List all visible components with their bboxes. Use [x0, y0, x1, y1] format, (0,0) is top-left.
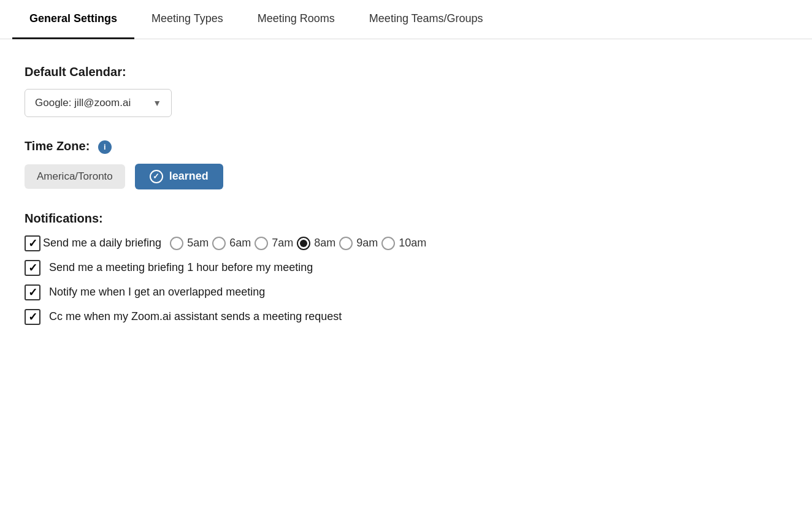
time-radio-group: 5am 6am 7am 8am 9am [170, 237, 426, 250]
radio-7am[interactable]: 7am [255, 237, 293, 250]
notifications-section: Notifications: Send me a daily briefing … [25, 212, 787, 325]
radio-8am[interactable]: 8am [297, 237, 335, 250]
tab-general-settings[interactable]: General Settings [12, 0, 134, 39]
notification-cc: Cc me when my Zoom.ai assistant sends a … [25, 309, 787, 325]
calendar-select[interactable]: Google: jill@zoom.ai ▼ [25, 89, 172, 117]
radio-circle-10am [381, 237, 395, 250]
timezone-section: Time Zone: i America/Toronto ✓ learned [25, 139, 787, 189]
calendar-selected-value: Google: jill@zoom.ai [35, 97, 131, 109]
timezone-title: Time Zone: i [25, 139, 787, 154]
info-icon: i [98, 140, 112, 154]
radio-5am[interactable]: 5am [170, 237, 209, 250]
radio-6am[interactable]: 6am [212, 237, 251, 250]
check-circle-icon: ✓ [150, 170, 163, 183]
main-content: Default Calendar: Google: jill@zoom.ai ▼… [0, 59, 812, 353]
radio-10am[interactable]: 10am [381, 237, 426, 250]
radio-circle-7am [255, 237, 268, 250]
cc-label: Cc me when my Zoom.ai assistant sends a … [49, 310, 342, 323]
tab-meeting-types[interactable]: Meeting Types [134, 0, 240, 39]
timezone-row: America/Toronto ✓ learned [25, 164, 787, 189]
checkbox-overlap[interactable] [25, 284, 40, 300]
meeting-briefing-label: Send me a meeting briefing 1 hour before… [49, 261, 313, 274]
notification-overlap: Notify me when I get an overlapped meeti… [25, 284, 787, 300]
notification-meeting-briefing: Send me a meeting briefing 1 hour before… [25, 260, 787, 276]
notifications-title: Notifications: [25, 212, 787, 226]
notification-daily-briefing: Send me a daily briefing 5am 6am 7am 8am [25, 235, 787, 251]
radio-circle-9am [339, 237, 353, 250]
overlap-label: Notify me when I get an overlapped meeti… [49, 286, 265, 299]
tab-meeting-teams[interactable]: Meeting Teams/Groups [352, 0, 500, 39]
learned-button[interactable]: ✓ learned [135, 164, 223, 189]
radio-circle-8am [297, 237, 310, 250]
daily-briefing-label: Send me a daily briefing [43, 237, 161, 250]
radio-circle-5am [170, 237, 183, 250]
tab-meeting-rooms[interactable]: Meeting Rooms [240, 0, 352, 39]
tabs-bar: General Settings Meeting Types Meeting R… [0, 0, 812, 39]
timezone-badge: America/Toronto [25, 164, 125, 189]
chevron-down-icon: ▼ [153, 98, 161, 108]
radio-9am[interactable]: 9am [339, 237, 378, 250]
default-calendar-section: Default Calendar: Google: jill@zoom.ai ▼ [25, 65, 787, 117]
checkbox-meeting-briefing[interactable] [25, 260, 40, 276]
checkbox-daily-briefing[interactable] [25, 235, 40, 251]
checkbox-cc[interactable] [25, 309, 40, 325]
radio-circle-6am [212, 237, 226, 250]
default-calendar-title: Default Calendar: [25, 65, 787, 79]
